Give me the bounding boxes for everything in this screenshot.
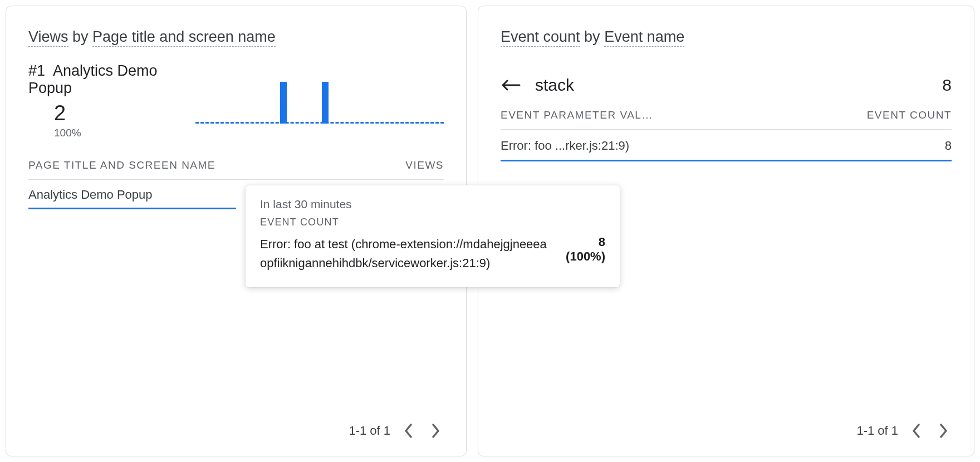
row-event-count: 8 [945,139,952,153]
title-dimension[interactable]: Event name [604,28,684,47]
rank-label: Analytics Demo Popup [28,62,158,96]
tooltip-percent: (100%) [566,249,605,263]
table-row[interactable]: Error: foo ...rker.js:21:9) 8 [501,130,952,161]
row-page-title: Analytics Demo Popup [28,188,153,202]
title-by: by [68,28,93,45]
pager-text: 1-1 of 1 [349,424,390,438]
rank-line: #1Analytics Demo Popup [28,62,195,97]
title-metric[interactable]: Event count [501,28,580,47]
event-total-count: 8 [942,76,952,95]
views-card: Views by Page title and screen name #1An… [6,6,467,456]
sparkline-chart [195,73,444,124]
tooltip-text: Error: foo at test (chrome-extension://m… [260,235,553,273]
events-pager: 1-1 of 1 [501,422,952,439]
sparkline-baseline [195,122,444,124]
summary-value: 2 [54,102,195,124]
table-row[interactable]: Analytics Demo Popup [28,180,236,209]
tooltip-value: 8 (100%) [561,235,605,273]
summary-percent: 100% [54,127,195,139]
tooltip-metric-label: EVENT COUNT [260,217,605,228]
chevron-right-icon[interactable] [935,422,952,439]
sparkline-bar [322,82,329,124]
chevron-left-icon[interactable] [908,422,925,439]
summary-row: #1Analytics Demo Popup 2 100% [28,62,444,139]
arrow-left-icon[interactable] [501,78,521,92]
title-dimension[interactable]: Page title and screen name [92,28,276,47]
events-table-header: EVENT PARAMETER VAL… EVENT COUNT [501,109,952,130]
views-table-header: PAGE TITLE AND SCREEN NAME VIEWS [28,159,444,180]
sparkline-bar [280,82,287,124]
event-name: stack [535,76,928,95]
title-metric[interactable]: Views [28,28,68,47]
pager-text: 1-1 of 1 [856,424,898,438]
tooltip-timeframe: In last 30 minutes [260,198,605,211]
chevron-right-icon[interactable] [427,422,444,439]
th-param-value: EVENT PARAMETER VAL… [501,109,653,121]
th-views: VIEWS [405,159,444,171]
th-event-count: EVENT COUNT [867,109,952,121]
title-by: by [580,28,605,45]
tooltip: In last 30 minutes EVENT COUNT Error: fo… [246,185,620,287]
event-header: stack 8 [501,76,952,95]
views-pager: 1-1 of 1 [28,422,444,439]
chevron-left-icon[interactable] [400,422,417,439]
row-param-value: Error: foo ...rker.js:21:9) [501,139,629,153]
tooltip-count: 8 [599,235,605,249]
views-card-title: Views by Page title and screen name [28,28,444,46]
rank-number: #1 [28,62,45,79]
events-card-title: Event count by Event name [501,28,952,46]
th-page-title: PAGE TITLE AND SCREEN NAME [28,159,215,171]
